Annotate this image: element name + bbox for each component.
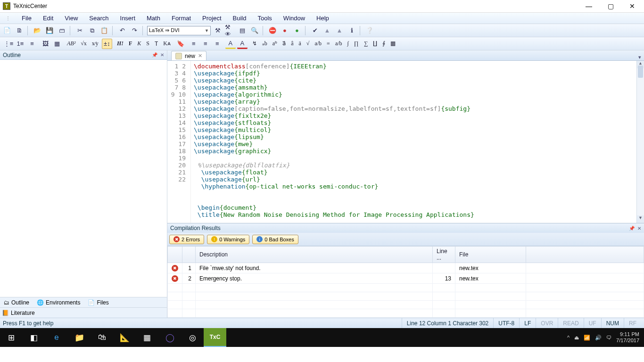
menubar-grip-icon[interactable]: ⋮: [1, 14, 15, 22]
code-content[interactable]: \documentclass[conference]{IEEEtran} \us…: [191, 61, 636, 223]
code-editor[interactable]: 1 2 3 4 5 6 7 8 9 10 11 12 13 14 15 16 1…: [167, 61, 644, 223]
slanted-button[interactable]: K: [135, 39, 143, 49]
math-sym7-button[interactable]: √: [305, 39, 312, 49]
align-left-button[interactable]: ≡: [189, 39, 199, 49]
tray-eject-icon[interactable]: ⏏: [574, 335, 579, 341]
edge-button[interactable]: e: [45, 328, 68, 347]
tab-close-button[interactable]: ✕: [198, 53, 202, 59]
table-row[interactable]: ✖ 1File `mwe.sty' not found.new.tex: [168, 263, 644, 273]
menu-format[interactable]: Format: [167, 13, 196, 23]
insert-ref-button[interactable]: 🔖: [175, 39, 186, 49]
scroll-down-icon[interactable]: ▼: [637, 215, 644, 223]
math-sum-button[interactable]: ∑: [362, 39, 370, 49]
math-matrix-button[interactable]: ▦: [388, 39, 397, 49]
redo-button[interactable]: ↷: [129, 25, 140, 36]
highlight-button[interactable]: A: [225, 39, 236, 49]
pin-icon[interactable]: 📌: [152, 52, 157, 58]
math-sym1-button[interactable]: ↯: [250, 39, 259, 49]
prev-error-button[interactable]: ●: [292, 25, 302, 36]
smallcaps-button[interactable]: S: [144, 39, 151, 49]
insert-emph-button[interactable]: AB²: [65, 39, 77, 49]
tray-wifi-icon[interactable]: 📶: [584, 335, 590, 341]
save-button[interactable]: 💾: [44, 25, 55, 36]
tray-clock[interactable]: 9:11 PM 7/17/2017: [616, 331, 642, 344]
tray-notifications-icon[interactable]: 🗨: [606, 335, 611, 340]
math-stack-button[interactable]: ≡: [325, 39, 332, 49]
math-coprod-button[interactable]: ∐: [371, 39, 379, 49]
pane-close-button[interactable]: ✕: [160, 52, 164, 58]
col-icon[interactable]: [168, 247, 182, 263]
badboxes-filter-button[interactable]: i 0 Bad Boxes: [252, 235, 298, 244]
new-project-button[interactable]: 🗎: [14, 25, 25, 36]
info-button[interactable]: ℹ: [347, 25, 357, 36]
menu-tools[interactable]: Tools: [253, 13, 277, 23]
open-button[interactable]: 📂: [32, 25, 42, 36]
view-output-button[interactable]: 🔍: [249, 25, 260, 36]
stop-build-button[interactable]: ⛔: [267, 25, 278, 36]
paste-button[interactable]: 📋: [99, 25, 109, 36]
vertical-scrollbar[interactable]: ▲ ▼: [636, 61, 644, 223]
compile-button[interactable]: ▤: [237, 25, 248, 36]
undo-button[interactable]: ↶: [117, 25, 127, 36]
math-sym3-button[interactable]: aᵇ: [271, 39, 279, 49]
tab-literature[interactable]: 📙 Literature: [0, 307, 167, 318]
save-all-button[interactable]: 🗃: [57, 25, 67, 36]
menu-edit[interactable]: Edit: [38, 13, 58, 23]
toggle-button[interactable]: ▲: [322, 25, 332, 36]
status-eol[interactable]: LF: [519, 318, 536, 328]
menu-project[interactable]: Project: [198, 13, 226, 23]
table-row[interactable]: ✖ 2Emergency stop.13new.tex: [168, 273, 644, 284]
kapital-button[interactable]: Kᴀ: [161, 39, 173, 49]
explorer-button[interactable]: 📁: [68, 328, 91, 347]
math-dfrac-button[interactable]: a/b: [333, 39, 344, 49]
menu-help[interactable]: Help: [312, 13, 334, 23]
minimize-button[interactable]: —: [578, 0, 600, 12]
tab-environments[interactable]: 🌐 Environments: [35, 298, 82, 307]
copy-button[interactable]: ⧉: [87, 25, 97, 36]
col-num[interactable]: [182, 247, 196, 263]
document-tab-new[interactable]: new ✕: [171, 51, 206, 60]
math-int-button[interactable]: ∫: [346, 39, 351, 49]
math-sym4-button[interactable]: a⃗: [281, 39, 288, 49]
align-right-button[interactable]: ≡: [212, 39, 223, 49]
menu-view[interactable]: View: [60, 13, 83, 23]
tray-volume-icon[interactable]: 🔊: [595, 335, 602, 341]
math-prod-button[interactable]: ∏: [352, 39, 361, 49]
insert-frac-button[interactable]: x⁄y: [90, 39, 100, 49]
start-button[interactable]: ⊞: [0, 328, 23, 347]
menu-file[interactable]: File: [17, 13, 36, 23]
math-oint-button[interactable]: ∮: [380, 39, 387, 49]
menu-window[interactable]: Window: [279, 13, 310, 23]
menu-build[interactable]: Build: [228, 13, 251, 23]
tab-outline[interactable]: 🗂 Outline: [2, 298, 31, 307]
texniccenter-task-button[interactable]: TxC: [204, 328, 226, 347]
col-description[interactable]: Description: [196, 247, 433, 263]
build-profile-combo[interactable]: LaTeX ⇒ DVI ▼: [147, 26, 211, 35]
italic-button[interactable]: H!: [115, 39, 125, 49]
errors-filter-button[interactable]: ✖ 2 Errors: [169, 235, 204, 244]
scroll-thumb[interactable]: [638, 66, 643, 78]
spellcheck-button[interactable]: ✔: [310, 25, 320, 36]
list-desc-button[interactable]: ≡: [27, 39, 37, 49]
col-file[interactable]: File: [455, 247, 526, 263]
math-sym6-button[interactable]: ā: [297, 39, 303, 49]
cut-button[interactable]: ✂: [74, 25, 85, 36]
build-view-button[interactable]: ⚒👁: [225, 25, 235, 36]
col-extra[interactable]: [526, 247, 644, 263]
app1-button[interactable]: ▦: [136, 328, 158, 347]
math-sym5-button[interactable]: â: [289, 39, 295, 49]
store-button[interactable]: 🛍: [91, 328, 113, 347]
insert-image-button[interactable]: 🖼: [40, 39, 50, 49]
close-button[interactable]: ✕: [621, 0, 643, 12]
chrome-button[interactable]: ◎: [181, 328, 204, 347]
list-number-button[interactable]: 1≡: [15, 39, 25, 49]
next-error-button[interactable]: ●: [280, 25, 290, 36]
tt-button[interactable]: T: [153, 39, 160, 49]
build-button[interactable]: ⚒: [213, 25, 223, 36]
taskview-button[interactable]: ◧: [23, 328, 45, 347]
status-encoding[interactable]: UTF-8: [493, 318, 519, 328]
font-color-button[interactable]: A: [237, 39, 248, 49]
toggle2-button[interactable]: ▲: [334, 25, 345, 36]
menu-insert[interactable]: Insert: [116, 13, 140, 23]
maximize-button[interactable]: ▢: [600, 0, 621, 12]
